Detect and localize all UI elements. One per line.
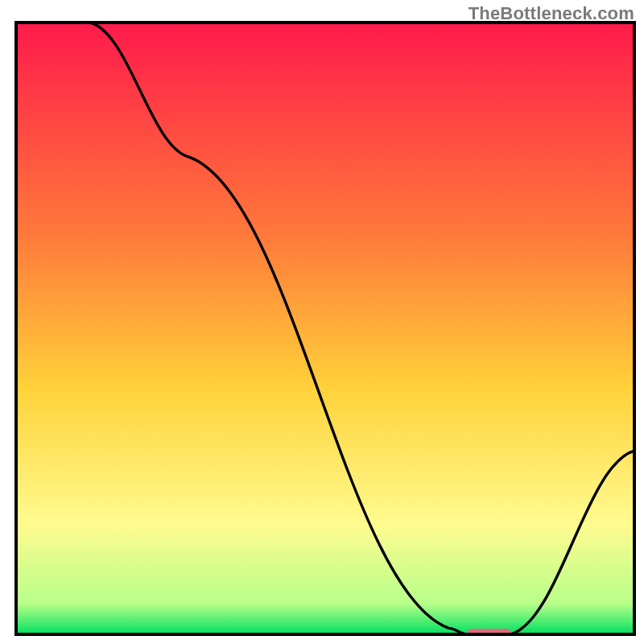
bottleneck-chart (0, 0, 644, 644)
watermark-label: TheBottleneck.com (469, 3, 634, 24)
plot-background (16, 23, 634, 634)
chart-container: TheBottleneck.com (0, 0, 644, 644)
